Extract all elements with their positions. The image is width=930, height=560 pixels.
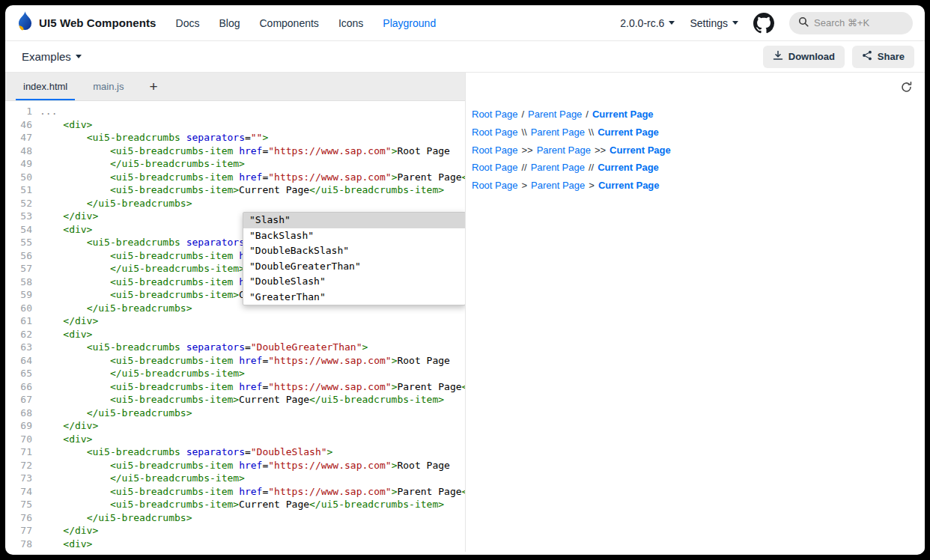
line-number: 47 — [5, 131, 32, 144]
breadcrumb-current[interactable]: Current Page — [598, 180, 660, 191]
nav-item-playground[interactable]: Playground — [383, 17, 436, 29]
breadcrumb-link[interactable]: Root Page — [472, 144, 517, 156]
code-line[interactable]: 49 </ui5-breadcrumbs-item> — [5, 157, 465, 171]
breadcrumb-link[interactable]: Root Page — [472, 109, 517, 120]
autocomplete-dropdown: "Slash""BackSlash""DoubleBackSlash""Doub… — [243, 212, 466, 305]
code-line[interactable]: 48 <ui5-breadcrumbs-item href="https://w… — [5, 144, 465, 158]
nav-item-blog[interactable]: Blog — [219, 17, 240, 29]
code-line[interactable]: 71 <ui5-breadcrumbs separators="DoubleSl… — [5, 445, 465, 459]
breadcrumb-link[interactable]: Parent Page — [531, 162, 585, 173]
autocomplete-option[interactable]: "DoubleSlash" — [243, 274, 465, 290]
chevron-down-icon — [76, 55, 82, 58]
autocomplete-option[interactable]: "DoubleGreaterThan" — [243, 259, 465, 275]
breadcrumb-row: Root Page>Parent Page>Current Page — [472, 177, 925, 195]
line-number: 48 — [5, 144, 32, 158]
code-line[interactable]: 64 <ui5-breadcrumbs-item href="https://w… — [5, 354, 465, 368]
search-icon — [798, 16, 809, 30]
version-dropdown[interactable]: 2.0.0-rc.6 — [620, 17, 675, 29]
autocomplete-option[interactable]: "GreaterThan" — [243, 290, 465, 305]
code-editor-pane: index.html main.js + 1...46 <div>47 <ui5… — [5, 73, 466, 552]
code-line[interactable]: 74 <ui5-breadcrumbs-item href="https://w… — [5, 485, 465, 499]
code-line[interactable]: 75 <ui5-breadcrumbs-item>Current Page</u… — [5, 498, 465, 511]
breadcrumb-link[interactable]: Parent Page — [531, 127, 585, 138]
breadcrumb-link[interactable]: Root Page — [472, 162, 517, 173]
line-number: 69 — [5, 419, 32, 433]
code-line[interactable]: 70 <div> — [5, 433, 465, 446]
breadcrumb-current[interactable]: Current Page — [598, 162, 659, 173]
code-line[interactable]: 47 <ui5-breadcrumbs separators=""> — [5, 131, 465, 144]
code-line[interactable]: 1... — [5, 105, 465, 118]
line-number: 73 — [5, 472, 32, 485]
add-tab-button[interactable]: + — [142, 73, 165, 100]
brand-title: UI5 Web Components — [39, 16, 156, 29]
line-number: 63 — [5, 341, 32, 354]
line-number: 60 — [5, 302, 32, 315]
search-input[interactable] — [814, 17, 896, 28]
code-line[interactable]: 67 <ui5-breadcrumbs-item>Current Page</u… — [5, 393, 465, 407]
header-actions: 2.0.0-rc.6 Settings — [620, 12, 913, 34]
examples-label: Examples — [22, 50, 71, 63]
download-button[interactable]: Download — [763, 46, 845, 68]
tab-index-html[interactable]: index.html — [16, 73, 75, 100]
code-line[interactable]: 77 </div> — [5, 524, 465, 538]
breadcrumb-current[interactable]: Current Page — [592, 109, 654, 120]
code-line[interactable]: 62 <div> — [5, 328, 465, 341]
app-window: UI5 Web Components Docs Blog Components … — [5, 5, 925, 555]
line-number: 74 — [5, 485, 32, 499]
code-line[interactable]: 72 <ui5-breadcrumbs-item href="https://w… — [5, 459, 465, 472]
line-number: 77 — [5, 524, 32, 538]
nav-item-docs[interactable]: Docs — [176, 17, 200, 29]
breadcrumb-link[interactable]: Parent Page — [531, 180, 585, 191]
download-icon — [773, 50, 783, 63]
tab-main-js[interactable]: main.js — [85, 73, 131, 100]
code-line[interactable]: 66 <ui5-breadcrumbs-item href="https://w… — [5, 380, 465, 394]
breadcrumb-link[interactable]: Parent Page — [537, 144, 591, 156]
code-area[interactable]: 1...46 <div>47 <ui5-breadcrumbs separato… — [5, 101, 465, 550]
line-number: 59 — [5, 288, 32, 302]
examples-dropdown[interactable]: Examples — [22, 50, 82, 63]
code-line[interactable]: 52 </ui5-breadcrumbs> — [5, 197, 465, 210]
line-number: 51 — [5, 183, 32, 197]
breadcrumb-link[interactable]: Parent Page — [528, 109, 582, 120]
code-line[interactable]: 63 <ui5-breadcrumbs separators="DoubleGr… — [5, 341, 465, 354]
code-line[interactable]: 78 <div> — [5, 538, 465, 551]
github-icon[interactable] — [753, 13, 774, 34]
code-line[interactable]: 76 </ui5-breadcrumbs> — [5, 511, 465, 525]
breadcrumb-separator: \\ — [589, 127, 594, 138]
code-line[interactable]: 50 <ui5-breadcrumbs-item href="https://w… — [5, 171, 465, 184]
nav-item-components[interactable]: Components — [259, 17, 318, 29]
breadcrumb-link[interactable]: Root Page — [472, 180, 517, 191]
code-line[interactable]: 73 </ui5-breadcrumbs-item> — [5, 472, 465, 485]
settings-label: Settings — [690, 17, 728, 29]
line-number: 68 — [5, 407, 32, 420]
breadcrumb-current[interactable]: Current Page — [598, 127, 659, 138]
autocomplete-option[interactable]: "DoubleBackSlash" — [243, 243, 465, 259]
code-line[interactable]: 46 <div> — [5, 118, 465, 132]
autocomplete-option[interactable]: "BackSlash" — [243, 228, 465, 244]
breadcrumb-current[interactable]: Current Page — [610, 144, 671, 156]
nav-item-icons[interactable]: Icons — [338, 17, 363, 29]
line-number: 65 — [5, 367, 32, 380]
preview-pane: Root Page/Parent Page/Current PageRoot P… — [466, 73, 925, 552]
breadcrumb-link[interactable]: Root Page — [472, 127, 517, 138]
brand[interactable]: UI5 Web Components — [17, 11, 156, 34]
code-line[interactable]: 65 </ui5-breadcrumbs-item> — [5, 367, 465, 380]
breadcrumb-separator: / — [586, 109, 589, 120]
code-line[interactable]: 69 </div> — [5, 419, 465, 433]
share-label: Share — [878, 51, 905, 62]
autocomplete-option[interactable]: "Slash" — [243, 213, 465, 228]
code-line[interactable]: 51 <ui5-breadcrumbs-item>Current Page</u… — [5, 183, 465, 197]
code-line[interactable]: 68 </ui5-breadcrumbs> — [5, 407, 465, 420]
settings-dropdown[interactable]: Settings — [690, 17, 738, 29]
refresh-button[interactable] — [900, 81, 913, 94]
line-number: 66 — [5, 380, 32, 394]
code-line[interactable]: 61 </div> — [5, 314, 465, 328]
line-number: 78 — [5, 538, 32, 551]
breadcrumb-separator: > — [589, 180, 595, 191]
line-number: 70 — [5, 433, 32, 446]
breadcrumb-separator: > — [521, 180, 527, 191]
share-button[interactable]: Share — [852, 46, 914, 68]
search-box[interactable] — [789, 12, 913, 34]
breadcrumb-row: Root Page/Parent Page/Current Page — [472, 106, 925, 124]
line-number: 61 — [5, 314, 32, 328]
